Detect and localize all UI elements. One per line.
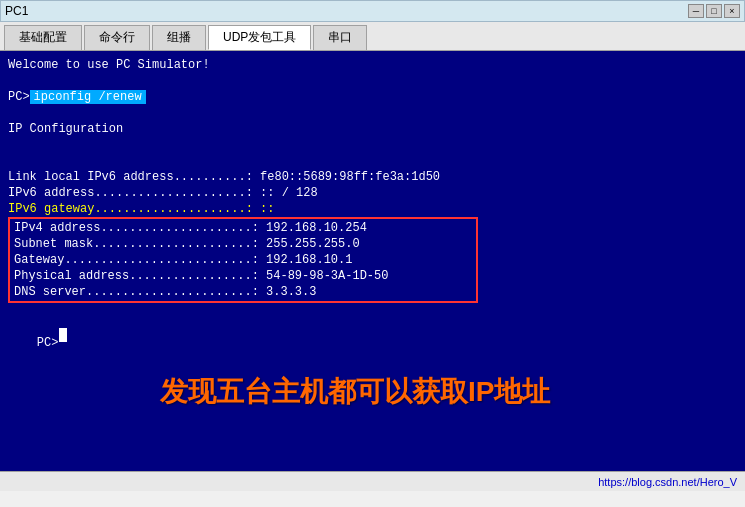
terminal-line-7 — [8, 153, 737, 169]
tab-bar: 基础配置 命令行 组播 UDP发包工具 串口 — [0, 22, 745, 51]
maximize-button[interactable]: □ — [706, 4, 722, 18]
terminal-line-1: Welcome to use PC Simulator! — [8, 57, 737, 73]
url-text: https://blog.csdn.net/Hero_V — [598, 476, 737, 488]
window-controls: ─ □ × — [688, 4, 740, 18]
tab-basic-config[interactable]: 基础配置 — [4, 25, 82, 50]
terminal-line-dns: DNS server.......................: 3.3.3… — [14, 284, 472, 300]
terminal-line-3: PC>ipconfig /renew — [8, 89, 737, 105]
cursor — [59, 328, 67, 342]
tab-multicast[interactable]: 组播 — [152, 25, 206, 50]
tab-serial[interactable]: 串口 — [313, 25, 367, 50]
minimize-button[interactable]: ─ — [688, 4, 704, 18]
terminal-line-gateway: Gateway..........................: 192.1… — [14, 252, 472, 268]
tab-command-line[interactable]: 命令行 — [84, 25, 150, 50]
annotation-text: 发现五台主机都可以获取IP地址 — [160, 373, 550, 411]
terminal-line-ipv4: IPv4 address.....................: 192.1… — [14, 220, 472, 236]
terminal-prompt: PC> — [8, 319, 737, 351]
tab-udp-tool[interactable]: UDP发包工具 — [208, 25, 311, 50]
bottom-bar: https://blog.csdn.net/Hero_V — [0, 471, 745, 491]
close-button[interactable]: × — [724, 4, 740, 18]
terminal-line-ipv6-addr: IPv6 address.....................: :: / … — [8, 185, 737, 201]
terminal-line-subnet: Subnet mask......................: 255.2… — [14, 236, 472, 252]
terminal-line-ipv6-gw: IPv6 gateway.....................: :: — [8, 201, 737, 217]
terminal-line-4 — [8, 105, 737, 121]
terminal-line-physical: Physical address.................: 54-89… — [14, 268, 472, 284]
terminal-area[interactable]: Welcome to use PC Simulator! PC>ipconfig… — [0, 51, 745, 471]
terminal-line-5: IP Configuration — [8, 121, 737, 137]
title-bar: PC1 ─ □ × — [0, 0, 745, 22]
terminal-line-blank — [8, 303, 737, 319]
terminal-line-6 — [8, 137, 737, 153]
terminal-line-link-ipv6: Link local IPv6 address..........: fe80:… — [8, 169, 737, 185]
window-title: PC1 — [5, 4, 28, 18]
terminal-line-2 — [8, 73, 737, 89]
